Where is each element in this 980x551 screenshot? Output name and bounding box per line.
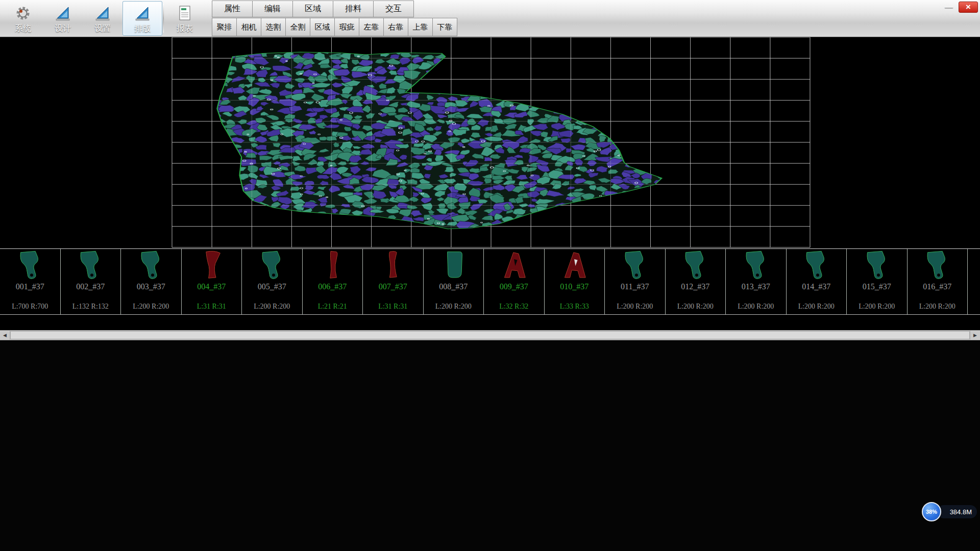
part-counts: L:200 R:200: [435, 303, 472, 310]
tool-button-row: 聚排相机选割全割区域瑕疵左靠右靠上靠下靠: [212, 18, 457, 36]
part-shape: [432, 250, 475, 281]
part-thumbnail[interactable]: 006_#37L:21 R:21: [303, 249, 363, 314]
nesting-canvas[interactable]: [0, 37, 980, 248]
nav-item-system[interactable]: 系统: [3, 1, 43, 36]
part-shape: [795, 250, 838, 281]
part-shape: [916, 250, 959, 281]
part-counts: L:32 R:32: [499, 303, 528, 310]
part-shape: [311, 250, 354, 281]
part-thumbnail[interactable]: 008_#37L:200 R:200: [424, 249, 484, 314]
horizontal-scrollbar[interactable]: ◀ ▶: [0, 330, 980, 340]
part-thumbnail[interactable]: 011_#37L:200 R:200: [605, 249, 666, 314]
part-counts: L:200 R:200: [798, 303, 835, 310]
part-thumbnail[interactable]: 003_#37L:200 R:200: [121, 249, 182, 314]
bottom-filler: [0, 340, 980, 551]
part-shape: [130, 250, 173, 281]
nav-item-label: 排版: [134, 24, 151, 33]
part-name: 009_#37: [500, 282, 528, 291]
part-name: 010_#37: [560, 282, 589, 291]
tool-button-align-right[interactable]: 右靠: [383, 18, 408, 36]
memory-indicator: 384.8M: [937, 505, 977, 518]
part-counts: L:200 R:200: [859, 303, 895, 310]
part-thumbnail[interactable]: 012_#37L:200 R:200: [666, 249, 726, 314]
part-shape: [674, 250, 717, 281]
tool-button-align-top[interactable]: 上靠: [408, 18, 433, 36]
part-thumbnail[interactable]: 010_#37L:33 R:33: [545, 249, 605, 314]
part-counts: L:200 R:200: [919, 303, 955, 310]
part-thumbnail[interactable]: 013_#37L:200 R:200: [726, 249, 787, 314]
menu-tab-region[interactable]: 区域: [292, 1, 333, 17]
main-nav: 系统设计设置排版报表: [0, 0, 205, 37]
part-name: 015_#37: [863, 282, 891, 291]
progress-badge: 38%: [922, 502, 941, 521]
part-shape: [372, 250, 414, 281]
part-thumbnail[interactable]: 001_#37L:700 R:700: [0, 249, 61, 314]
ribbon: 属性编辑区域排料交互 聚排相机选割全割区域瑕疵左靠右靠上靠下靠: [212, 0, 457, 37]
triangle-icon: [94, 5, 111, 24]
part-thumbnail[interactable]: 015_#37L:200 R:200: [847, 249, 908, 314]
parts-strip: 001_#37L:700 R:700002_#37L:132 R:132003_…: [0, 248, 980, 315]
part-name: 004_#37: [197, 282, 226, 291]
menu-tab-interact[interactable]: 交互: [373, 1, 414, 17]
strip-gap: [0, 315, 980, 330]
nav-divider: [163, 4, 164, 33]
part-name: 005_#37: [258, 282, 286, 291]
menu-tab-row: 属性编辑区域排料交互: [212, 1, 457, 17]
nav-item-settings[interactable]: 设置: [83, 1, 122, 36]
part-counts: L:31 R:31: [197, 303, 226, 310]
part-shape: [614, 250, 656, 281]
part-shape: [976, 250, 980, 281]
report-icon: [176, 5, 193, 24]
part-name: 002_#37: [76, 282, 105, 291]
scroll-right-arrow[interactable]: ▶: [970, 331, 980, 340]
part-name: 013_#37: [742, 282, 770, 291]
part-counts: L:21 R:21: [318, 303, 347, 310]
triangle-icon: [54, 5, 71, 24]
menu-tab-properties[interactable]: 属性: [212, 1, 253, 17]
tool-button-align-bottom[interactable]: 下靠: [432, 18, 457, 36]
nav-item-report[interactable]: 报表: [165, 1, 205, 36]
tool-button-camera[interactable]: 相机: [236, 18, 261, 36]
nesting-svg: [0, 37, 980, 248]
menu-tab-edit[interactable]: 编辑: [252, 1, 293, 17]
part-name: 003_#37: [137, 282, 165, 291]
gear-icon: [14, 5, 32, 24]
tool-button-cluster-nest[interactable]: 聚排: [212, 18, 237, 36]
application-window: 系统设计设置排版报表 属性编辑区域排料交互 聚排相机选割全割区域瑕疵左靠右靠上靠…: [0, 0, 980, 551]
scroll-left-arrow[interactable]: ◀: [0, 331, 10, 340]
part-thumbnail[interactable]: 016_#37L:200 R:200: [908, 249, 968, 314]
tool-button-region[interactable]: 区域: [310, 18, 335, 36]
tool-button-select-cut[interactable]: 选割: [261, 18, 286, 36]
menu-tab-nesting[interactable]: 排料: [333, 1, 374, 17]
part-counts: L:200 R:200: [617, 303, 653, 310]
minimize-button[interactable]: —: [942, 2, 956, 13]
triangle-icon: [134, 5, 151, 24]
part-counts: L:200 R:200: [133, 303, 169, 310]
part-shape: [855, 250, 898, 281]
tool-button-flaw[interactable]: 瑕疵: [334, 18, 359, 36]
tool-button-align-left[interactable]: 左靠: [359, 18, 384, 36]
nav-item-design[interactable]: 设计: [43, 1, 83, 36]
part-thumbnail[interactable]: [968, 249, 980, 314]
part-name: 001_#37: [16, 282, 44, 291]
part-shape: [251, 250, 293, 281]
part-thumbnail[interactable]: 007_#37L:31 R:31: [363, 249, 424, 314]
part-thumbnail[interactable]: 009_#37L:32 R:32: [484, 249, 545, 314]
part-counts: L:700 R:700: [12, 303, 48, 310]
tool-button-cut-all[interactable]: 全割: [285, 18, 310, 36]
part-shape: [69, 250, 112, 281]
part-name: 008_#37: [439, 282, 468, 291]
part-thumbnail[interactable]: 002_#37L:132 R:132: [61, 249, 121, 314]
close-button[interactable]: ×: [959, 2, 978, 13]
part-name: 016_#37: [923, 282, 951, 291]
part-name: 014_#37: [802, 282, 830, 291]
part-thumbnail[interactable]: 004_#37L:31 R:31: [182, 249, 242, 314]
part-counts: L:200 R:200: [254, 303, 290, 310]
scrollbar-thumb[interactable]: [10, 331, 970, 339]
part-shape: [493, 250, 535, 281]
part-thumbnail[interactable]: 014_#37L:200 R:200: [787, 249, 847, 314]
nav-item-label: 系统: [15, 24, 31, 33]
part-counts: L:200 R:200: [738, 303, 774, 310]
nav-item-layout[interactable]: 排版: [122, 1, 162, 36]
part-thumbnail[interactable]: 005_#37L:200 R:200: [242, 249, 303, 314]
